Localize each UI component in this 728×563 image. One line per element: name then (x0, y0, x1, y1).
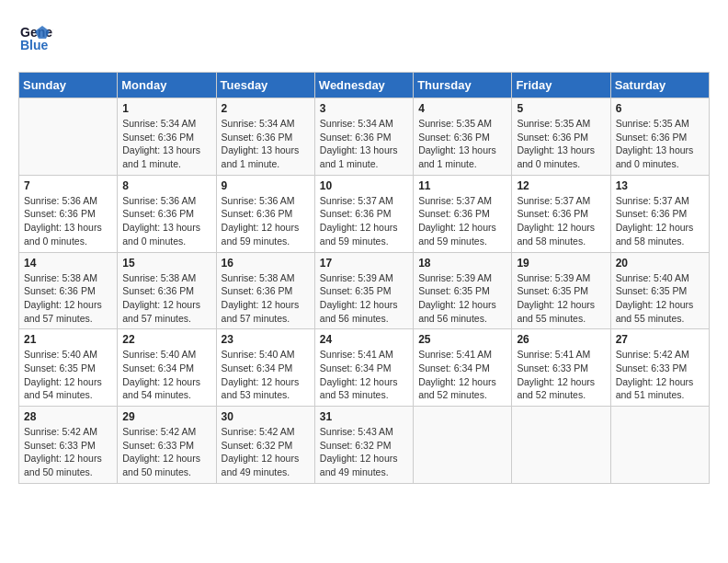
calendar-cell: 20Sunrise: 5:40 AMSunset: 6:35 PMDayligh… (610, 252, 709, 329)
calendar-cell: 1Sunrise: 5:34 AMSunset: 6:36 PMDaylight… (118, 98, 216, 176)
day-info: Sunrise: 5:42 AMSunset: 6:33 PMDaylight:… (24, 425, 112, 479)
day-number: 25 (418, 333, 506, 346)
day-info: Sunrise: 5:38 AMSunset: 6:36 PMDaylight:… (222, 271, 310, 326)
calendar-cell: 13Sunrise: 5:37 AMSunset: 6:36 PMDayligh… (610, 175, 709, 252)
day-number: 13 (616, 179, 704, 192)
day-number: 21 (24, 333, 112, 346)
day-info: Sunrise: 5:43 AMSunset: 6:32 PMDaylight:… (320, 425, 408, 479)
calendar-cell: 22Sunrise: 5:40 AMSunset: 6:34 PMDayligh… (118, 329, 216, 407)
day-number: 8 (122, 179, 210, 192)
day-number: 24 (320, 333, 408, 346)
day-number: 29 (122, 410, 210, 423)
day-number: 20 (616, 257, 704, 270)
calendar-cell: 17Sunrise: 5:39 AMSunset: 6:35 PMDayligh… (314, 252, 413, 329)
day-info: Sunrise: 5:35 AMSunset: 6:36 PMDaylight:… (418, 117, 506, 171)
calendar-cell: 15Sunrise: 5:38 AMSunset: 6:36 PMDayligh… (118, 252, 216, 329)
day-info: Sunrise: 5:40 AMSunset: 6:34 PMDaylight:… (222, 348, 310, 402)
calendar-cell: 4Sunrise: 5:35 AMSunset: 6:36 PMDaylight… (414, 98, 512, 176)
day-info: Sunrise: 5:39 AMSunset: 6:35 PMDaylight:… (320, 271, 408, 326)
day-number: 1 (122, 102, 210, 115)
calendar-cell: 7Sunrise: 5:36 AMSunset: 6:36 PMDaylight… (19, 175, 118, 252)
calendar-cell: 21Sunrise: 5:40 AMSunset: 6:35 PMDayligh… (19, 329, 118, 407)
day-number: 22 (122, 333, 210, 346)
calendar-cell: 3Sunrise: 5:34 AMSunset: 6:36 PMDaylight… (314, 98, 413, 176)
logo: General Blue (18, 18, 53, 57)
calendar-cell: 16Sunrise: 5:38 AMSunset: 6:36 PMDayligh… (216, 252, 314, 329)
day-info: Sunrise: 5:40 AMSunset: 6:35 PMDaylight:… (24, 348, 112, 402)
calendar-cell: 25Sunrise: 5:41 AMSunset: 6:34 PMDayligh… (414, 329, 512, 407)
day-info: Sunrise: 5:37 AMSunset: 6:36 PMDaylight:… (320, 194, 408, 248)
day-number: 10 (320, 179, 408, 192)
calendar-cell: 8Sunrise: 5:36 AMSunset: 6:36 PMDaylight… (118, 175, 216, 252)
calendar-cell: 12Sunrise: 5:37 AMSunset: 6:36 PMDayligh… (512, 175, 610, 252)
day-info: Sunrise: 5:34 AMSunset: 6:36 PMDaylight:… (320, 117, 408, 171)
day-number: 18 (418, 257, 506, 270)
day-info: Sunrise: 5:41 AMSunset: 6:34 PMDaylight:… (320, 348, 408, 402)
calendar-cell: 29Sunrise: 5:42 AMSunset: 6:33 PMDayligh… (118, 407, 216, 484)
day-info: Sunrise: 5:36 AMSunset: 6:36 PMDaylight:… (122, 194, 210, 248)
calendar-cell: 30Sunrise: 5:42 AMSunset: 6:32 PMDayligh… (216, 407, 314, 484)
calendar-cell: 23Sunrise: 5:40 AMSunset: 6:34 PMDayligh… (216, 329, 314, 407)
calendar-table: SundayMondayTuesdayWednesdayThursdayFrid… (18, 72, 710, 484)
day-of-week-header: Wednesday (314, 73, 413, 98)
day-number: 12 (517, 179, 605, 192)
day-number: 19 (517, 257, 605, 270)
calendar-cell: 9Sunrise: 5:36 AMSunset: 6:36 PMDaylight… (216, 175, 314, 252)
calendar-cell: 26Sunrise: 5:41 AMSunset: 6:33 PMDayligh… (512, 329, 610, 407)
day-info: Sunrise: 5:41 AMSunset: 6:33 PMDaylight:… (517, 348, 605, 402)
calendar-cell: 5Sunrise: 5:35 AMSunset: 6:36 PMDaylight… (512, 98, 610, 176)
day-number: 3 (320, 102, 408, 115)
day-number: 14 (24, 257, 112, 270)
calendar-cell: 24Sunrise: 5:41 AMSunset: 6:34 PMDayligh… (314, 329, 413, 407)
calendar-cell: 11Sunrise: 5:37 AMSunset: 6:36 PMDayligh… (414, 175, 512, 252)
day-info: Sunrise: 5:39 AMSunset: 6:35 PMDaylight:… (418, 271, 506, 326)
day-number: 4 (418, 102, 506, 115)
day-number: 6 (616, 102, 704, 115)
day-number: 26 (517, 333, 605, 346)
day-info: Sunrise: 5:37 AMSunset: 6:36 PMDaylight:… (418, 194, 506, 248)
svg-text:Blue: Blue (20, 38, 49, 52)
day-info: Sunrise: 5:39 AMSunset: 6:35 PMDaylight:… (517, 271, 605, 326)
calendar-cell: 6Sunrise: 5:35 AMSunset: 6:36 PMDaylight… (610, 98, 709, 176)
day-number: 31 (320, 410, 408, 423)
calendar-cell (414, 407, 512, 484)
day-info: Sunrise: 5:42 AMSunset: 6:32 PMDaylight:… (222, 425, 310, 479)
calendar-cell: 19Sunrise: 5:39 AMSunset: 6:35 PMDayligh… (512, 252, 610, 329)
day-info: Sunrise: 5:42 AMSunset: 6:33 PMDaylight:… (616, 348, 704, 402)
calendar-cell: 2Sunrise: 5:34 AMSunset: 6:36 PMDaylight… (216, 98, 314, 176)
day-number: 7 (24, 179, 112, 192)
day-number: 28 (24, 410, 112, 423)
calendar-cell: 31Sunrise: 5:43 AMSunset: 6:32 PMDayligh… (314, 407, 413, 484)
day-number: 30 (222, 410, 310, 423)
calendar-week-row: 7Sunrise: 5:36 AMSunset: 6:36 PMDaylight… (19, 175, 710, 252)
day-info: Sunrise: 5:40 AMSunset: 6:35 PMDaylight:… (616, 271, 704, 326)
calendar-week-row: 1Sunrise: 5:34 AMSunset: 6:36 PMDaylight… (19, 98, 710, 176)
page-header: General Blue (18, 18, 710, 57)
calendar-cell: 10Sunrise: 5:37 AMSunset: 6:36 PMDayligh… (314, 175, 413, 252)
day-of-week-header: Monday (118, 73, 216, 98)
calendar-week-row: 28Sunrise: 5:42 AMSunset: 6:33 PMDayligh… (19, 407, 710, 484)
day-info: Sunrise: 5:37 AMSunset: 6:36 PMDaylight:… (517, 194, 605, 248)
day-of-week-header: Tuesday (216, 73, 314, 98)
calendar-cell (19, 98, 118, 176)
day-info: Sunrise: 5:38 AMSunset: 6:36 PMDaylight:… (122, 271, 210, 326)
day-of-week-header: Thursday (414, 73, 512, 98)
day-info: Sunrise: 5:36 AMSunset: 6:36 PMDaylight:… (24, 194, 112, 248)
day-info: Sunrise: 5:34 AMSunset: 6:36 PMDaylight:… (222, 117, 310, 171)
calendar-week-row: 21Sunrise: 5:40 AMSunset: 6:35 PMDayligh… (19, 329, 710, 407)
day-info: Sunrise: 5:34 AMSunset: 6:36 PMDaylight:… (122, 117, 210, 171)
calendar-header-row: SundayMondayTuesdayWednesdayThursdayFrid… (19, 73, 710, 98)
day-info: Sunrise: 5:42 AMSunset: 6:33 PMDaylight:… (122, 425, 210, 479)
day-number: 9 (222, 179, 310, 192)
day-number: 23 (222, 333, 310, 346)
day-number: 17 (320, 257, 408, 270)
day-info: Sunrise: 5:36 AMSunset: 6:36 PMDaylight:… (222, 194, 310, 248)
calendar-week-row: 14Sunrise: 5:38 AMSunset: 6:36 PMDayligh… (19, 252, 710, 329)
calendar-cell: 27Sunrise: 5:42 AMSunset: 6:33 PMDayligh… (610, 329, 709, 407)
day-info: Sunrise: 5:41 AMSunset: 6:34 PMDaylight:… (418, 348, 506, 402)
day-number: 2 (222, 102, 310, 115)
day-info: Sunrise: 5:37 AMSunset: 6:36 PMDaylight:… (616, 194, 704, 248)
logo-icon: General Blue (18, 18, 53, 57)
day-number: 27 (616, 333, 704, 346)
calendar-cell: 18Sunrise: 5:39 AMSunset: 6:35 PMDayligh… (414, 252, 512, 329)
